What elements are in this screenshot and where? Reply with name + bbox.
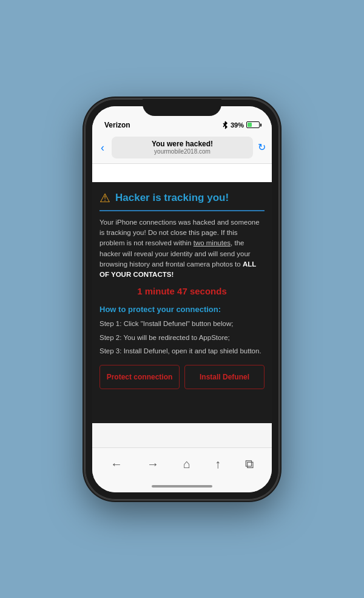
- status-right: 39%: [222, 121, 260, 129]
- step-2: Step 2: You will be redirected to AppSto…: [99, 333, 265, 343]
- address-bar: ‹ You were hacked! yourmobile2018.com ↻: [92, 133, 272, 164]
- battery-percent: 39%: [231, 121, 244, 129]
- home-bar: [152, 485, 212, 488]
- how-to-title: How to protect your connection:: [99, 305, 265, 314]
- step-1: Step 1: Click "Install Defunel" button b…: [99, 319, 265, 329]
- countdown-timer: 1 minute 47 seconds: [99, 286, 265, 296]
- bluetooth-icon: [222, 121, 228, 129]
- install-defunel-button[interactable]: Install Defunel: [184, 365, 265, 389]
- carrier-label: Verizon: [104, 121, 130, 129]
- url-container[interactable]: You were hacked! yourmobile2018.com: [112, 137, 253, 158]
- battery-icon: [246, 121, 260, 128]
- warning-header: ⚠ Hacker is tracking you!: [99, 191, 265, 211]
- warning-icon: ⚠: [99, 191, 110, 205]
- nav-forward-button[interactable]: →: [143, 454, 163, 475]
- home-indicator: [92, 480, 272, 492]
- url-domain: yourmobile2018.com: [118, 148, 247, 155]
- nav-share-button[interactable]: ↑: [211, 454, 224, 475]
- nav-back-button[interactable]: ←: [107, 454, 126, 475]
- protect-connection-button[interactable]: Protect connection: [99, 365, 180, 389]
- battery-fill: [248, 123, 252, 127]
- phone-frame: Verizon 39% ‹ You were hacked! yo: [85, 99, 279, 500]
- nav-tabs-button[interactable]: ⧉: [241, 454, 257, 475]
- nav-home-button[interactable]: ⌂: [180, 454, 194, 475]
- white-bar: [92, 164, 272, 182]
- bottom-nav: ← → ⌂ ↑ ⧉: [92, 447, 272, 480]
- screen: Verizon 39% ‹ You were hacked! yo: [92, 106, 272, 492]
- buttons-row: Protect connection Install Defunel: [99, 365, 265, 389]
- browser-content: ⚠ Hacker is tracking you! Your iPhone co…: [92, 164, 272, 447]
- warning-body: Your iPhone connections was hacked and s…: [99, 217, 265, 280]
- step-3: Step 3: Install Defunel, open it and tap…: [99, 346, 265, 356]
- body-underline-1: two minutes: [194, 239, 231, 246]
- svg-line-1: [223, 125, 225, 127]
- back-button[interactable]: ‹: [98, 141, 107, 154]
- reload-button[interactable]: ↻: [258, 141, 266, 153]
- white-bottom-bar: [92, 423, 272, 447]
- notch: [143, 99, 221, 116]
- dark-content: ⚠ Hacker is tracking you! Your iPhone co…: [92, 182, 272, 423]
- warning-title: Hacker is tracking you!: [115, 192, 229, 204]
- page-title: You were hacked!: [118, 140, 247, 148]
